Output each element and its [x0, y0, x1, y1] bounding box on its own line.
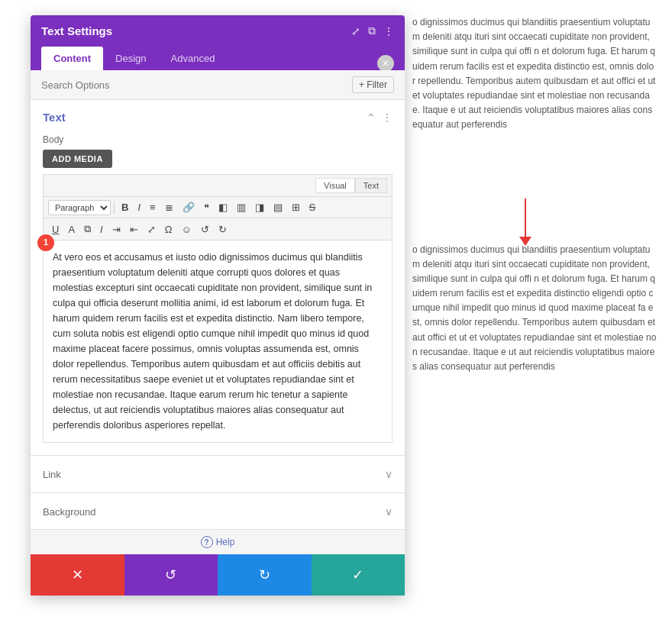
filter-button[interactable]: + Filter [352, 76, 394, 93]
section-header-icons: ⌃ ⋮ [367, 111, 393, 124]
background-chevron: ∨ [385, 505, 393, 518]
outdent-button[interactable]: ⇤ [126, 221, 142, 237]
header-icons: ⤢ ⧉ ⋮ [351, 24, 394, 37]
visual-text-tabs: Visual Text [315, 178, 387, 193]
undo-icon: ↺ [165, 567, 176, 583]
indent-button[interactable]: ⇥ [108, 221, 124, 237]
body-label: Body [43, 134, 393, 145]
tabs-row: Content Design Advanced ✕ [31, 47, 405, 70]
undo-editor-button[interactable]: ↺ [197, 221, 213, 237]
text-section: Text ⌃ ⋮ Body ADD MEDIA Visual Text [31, 100, 405, 456]
more-icon[interactable]: ⋮ [383, 25, 394, 37]
fullscreen-icon[interactable]: ⤢ [351, 25, 360, 37]
cancel-button[interactable]: ✕ [31, 554, 124, 596]
redo-button[interactable]: ↻ [218, 554, 312, 596]
text-section-body: Body ADD MEDIA Visual Text Paragraph [31, 134, 405, 455]
bg-text-top: o dignissimos ducimus qui blandiitis pra… [412, 15, 657, 133]
special-char-button[interactable]: Ω [161, 221, 176, 237]
ordered-list-button[interactable]: ≣ [161, 199, 177, 215]
text-color-button[interactable]: A [64, 221, 79, 237]
emoji-button[interactable]: ☺ [177, 221, 195, 237]
redo-icon: ↻ [259, 567, 270, 583]
link-label: Link [43, 469, 61, 480]
unordered-list-button[interactable]: ≡ [146, 199, 160, 215]
action-bar: ✕ ↺ ↻ ✓ [31, 554, 405, 596]
align-center-button[interactable]: ▥ [233, 199, 250, 215]
red-arrow [519, 199, 531, 246]
divider-1 [114, 202, 115, 214]
window-icon[interactable]: ⧉ [368, 24, 376, 37]
editor-content[interactable]: At vero eos et accusamus et iusto odio d… [53, 250, 383, 433]
align-left-button[interactable]: ◧ [215, 199, 231, 215]
editor-area[interactable]: 1 At vero eos et accusamus et iusto odio… [43, 240, 393, 443]
text-section-title: Text [43, 111, 66, 124]
editor-top-toolbar: Visual Text [43, 174, 393, 196]
text-section-header[interactable]: Text ⌃ ⋮ [31, 100, 405, 134]
visual-tab[interactable]: Visual [315, 178, 355, 193]
search-input[interactable] [41, 79, 352, 91]
save-button[interactable]: ✓ [312, 554, 405, 596]
link-chevron: ∨ [385, 468, 393, 480]
bg-text-bottom: o dignissimos ducimus qui blandiitis pra… [412, 243, 657, 375]
cancel-icon: ✕ [72, 567, 83, 583]
bold-button[interactable]: B [118, 199, 132, 215]
fullscreen-editor-button[interactable]: ⤢ [144, 221, 160, 237]
panel-body: Text ⌃ ⋮ Body ADD MEDIA Visual Text [31, 100, 405, 529]
undo-button[interactable]: ↺ [124, 554, 218, 596]
panel-title: Text Settings [41, 24, 112, 37]
strikethrough-button[interactable]: S [305, 199, 320, 215]
tab-close-area: ✕ [377, 55, 394, 70]
tab-design[interactable]: Design [103, 47, 158, 70]
background-section[interactable]: Background ∨ [31, 493, 405, 529]
add-media-button[interactable]: ADD MEDIA [43, 150, 112, 168]
paragraph-select[interactable]: Paragraph [48, 200, 111, 215]
help-icon: ? [201, 536, 213, 548]
text-tab[interactable]: Text [355, 178, 387, 193]
search-bar: + Filter [31, 70, 405, 100]
toolbar-row-2: U A ⧉ I ⇥ ⇤ ⤢ Ω ☺ ↺ ↻ [43, 218, 393, 240]
blockquote-button[interactable]: ❝ [200, 199, 213, 215]
paste-text-button[interactable]: ⧉ [80, 221, 95, 237]
panel-header: Text Settings ⤢ ⧉ ⋮ [31, 15, 405, 47]
redo-editor-button[interactable]: ↻ [215, 221, 231, 237]
tab-advanced[interactable]: Advanced [159, 47, 228, 70]
more-options-icon[interactable]: ⋮ [382, 111, 393, 124]
underline-button[interactable]: U [48, 221, 63, 237]
toolbar-row-1: Paragraph B I ≡ ≣ 🔗 ❝ ◧ ▥ ◨ ▤ ⊞ S [43, 196, 393, 218]
close-button[interactable]: ✕ [377, 55, 394, 72]
tab-content[interactable]: Content [41, 47, 103, 70]
link-section[interactable]: Link ∨ [31, 456, 405, 493]
background-label: Background [43, 506, 95, 518]
help-label: Help [216, 537, 235, 547]
save-icon: ✓ [352, 567, 363, 583]
help-link[interactable]: ? Help [201, 536, 235, 548]
italic2-button[interactable]: I [96, 221, 107, 237]
collapse-icon[interactable]: ⌃ [367, 111, 376, 124]
badge-1: 1 [37, 234, 54, 251]
align-right-button[interactable]: ◨ [251, 199, 268, 215]
panel-footer: ? Help [31, 529, 405, 554]
italic-button[interactable]: I [134, 199, 144, 215]
justify-button[interactable]: ▤ [270, 199, 286, 215]
text-settings-panel: Text Settings ⤢ ⧉ ⋮ Content Design Advan… [31, 15, 405, 596]
link-button[interactable]: 🔗 [179, 199, 199, 215]
table-button[interactable]: ⊞ [288, 199, 304, 215]
